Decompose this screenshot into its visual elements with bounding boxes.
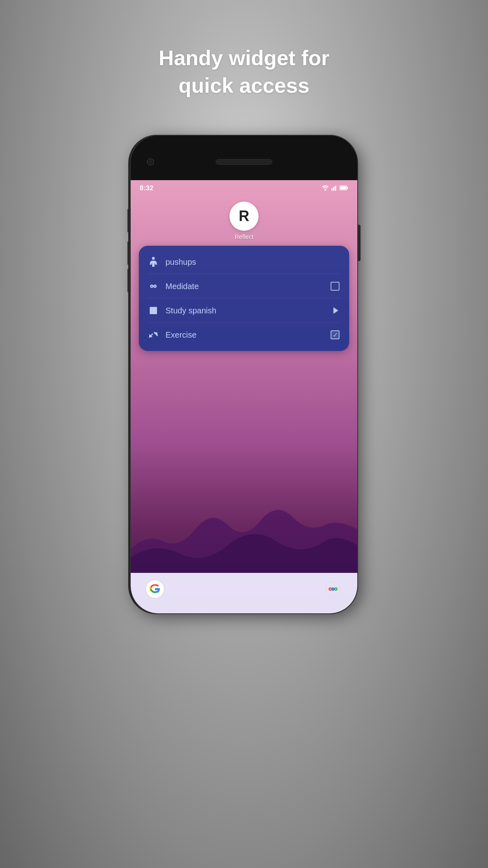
svg-rect-14 bbox=[150, 307, 153, 314]
battery-icon bbox=[339, 185, 348, 191]
google-mic-icon[interactable] bbox=[323, 579, 343, 599]
person-icon bbox=[148, 256, 159, 268]
widget-item-exercise[interactable]: Exercise ✓ bbox=[139, 323, 349, 347]
widget-item-pushups[interactable]: pushups bbox=[139, 250, 349, 274]
svg-rect-16 bbox=[153, 307, 154, 314]
camera-icon bbox=[147, 158, 154, 166]
widget-item-medidate[interactable]: Medidate bbox=[139, 274, 349, 298]
svg-rect-6 bbox=[347, 187, 348, 189]
headline-line2: quick access bbox=[178, 74, 310, 97]
svg-rect-1 bbox=[331, 188, 333, 191]
medidate-label: Medidate bbox=[165, 282, 323, 291]
book-icon bbox=[148, 305, 159, 316]
svg-point-13 bbox=[155, 286, 156, 287]
checkbox-checked-icon: ✓ bbox=[331, 330, 339, 339]
headline-line1: Handy widget for bbox=[159, 46, 329, 70]
exercise-label: Exercise bbox=[165, 330, 323, 340]
play-icon bbox=[333, 307, 338, 314]
app-label: Reflect bbox=[235, 233, 254, 240]
signal-icon bbox=[331, 185, 337, 192]
mountain-decoration bbox=[131, 501, 357, 574]
status-icons bbox=[322, 185, 348, 192]
pushups-action bbox=[330, 257, 340, 267]
phone-top-bar bbox=[131, 136, 357, 180]
phone-frame: 8:32 bbox=[131, 136, 357, 613]
status-bar: 8:32 bbox=[131, 180, 357, 194]
headline: Handy widget for quick access bbox=[159, 45, 329, 99]
svg-rect-2 bbox=[333, 187, 334, 191]
study-spanish-label: Study spanish bbox=[165, 306, 323, 315]
medidate-icon bbox=[148, 281, 159, 292]
status-time: 8:32 bbox=[140, 184, 153, 192]
medidate-checkbox[interactable] bbox=[330, 281, 340, 291]
study-spanish-play[interactable] bbox=[330, 305, 340, 316]
svg-rect-15 bbox=[154, 307, 157, 314]
phone-bottom-bar bbox=[131, 573, 357, 613]
google-g-icon[interactable] bbox=[145, 579, 165, 599]
svg-point-8 bbox=[152, 257, 155, 260]
svg-marker-19 bbox=[154, 332, 157, 336]
exercise-checkbox[interactable]: ✓ bbox=[330, 330, 340, 340]
wifi-icon bbox=[322, 185, 329, 192]
app-icon-area: R Reflect bbox=[131, 202, 357, 240]
svg-point-12 bbox=[151, 286, 153, 287]
app-letter: R bbox=[239, 208, 249, 225]
svg-point-23 bbox=[331, 587, 335, 591]
widget-card[interactable]: pushups Medidate bbox=[139, 246, 349, 351]
svg-point-25 bbox=[330, 589, 331, 590]
svg-point-26 bbox=[335, 589, 337, 590]
svg-rect-4 bbox=[336, 185, 337, 191]
phone-screen: 8:32 bbox=[131, 180, 357, 613]
app-icon[interactable]: R bbox=[229, 202, 259, 231]
widget-item-study-spanish[interactable]: Study spanish bbox=[139, 298, 349, 323]
svg-rect-3 bbox=[335, 186, 336, 191]
pushups-label: pushups bbox=[165, 257, 323, 267]
checkbox-empty-icon bbox=[331, 282, 339, 291]
exercise-icon bbox=[148, 329, 159, 340]
svg-rect-7 bbox=[340, 187, 346, 189]
svg-point-0 bbox=[325, 189, 326, 191]
speaker-grille bbox=[216, 159, 272, 165]
page: Handy widget for quick access 8:32 bbox=[0, 0, 488, 613]
